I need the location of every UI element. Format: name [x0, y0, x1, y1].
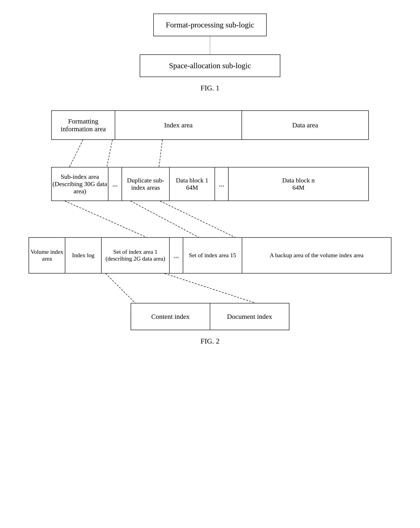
row2-dots1-cell: ...	[108, 168, 122, 201]
dashed-lines-3	[29, 274, 391, 303]
dashed-lines-1	[51, 140, 369, 167]
subindex-area-label: Sub-index area (Describing 30G data area…	[52, 173, 108, 195]
row2-container: Sub-index area (Describing 30G data area…	[51, 167, 369, 201]
document-index-cell: Document index	[210, 303, 289, 330]
index-log-cell: Index log	[65, 238, 102, 273]
backup-area-cell: A backup area of the volume index area	[242, 238, 391, 273]
row2-dots2: ...	[219, 180, 224, 188]
datablock1-cell: Data block 164M	[170, 168, 215, 201]
fig1-connector-line	[210, 36, 210, 54]
svg-line-4	[131, 201, 199, 237]
svg-line-5	[160, 201, 235, 237]
volume-index-cell: Volume index area	[29, 238, 65, 273]
data-area-label: Data area	[292, 121, 318, 129]
datablock-n-cell: Data block n64M	[229, 168, 368, 201]
row3-container: Volume index area Index log Set of index…	[29, 237, 391, 274]
row2-dots2-cell: ...	[215, 168, 229, 201]
row4-container: Content index Document index	[131, 303, 289, 330]
row3-dots: ...	[173, 251, 179, 260]
datablock-n-label: Data block n64M	[282, 177, 315, 191]
content-index-label: Content index	[151, 313, 190, 320]
formatting-info-cell: Formatting information area	[52, 111, 115, 139]
fig1-diagram: Format-processing sub-logic Space-alloca…	[9, 14, 411, 104]
set-index15-label: Set of index area 15	[189, 252, 236, 259]
row1-container: Formatting information area Index area D…	[51, 110, 369, 140]
index-area-label: Index area	[164, 121, 193, 129]
index-area-cell: Index area	[115, 111, 242, 139]
connector1	[51, 140, 369, 167]
duplicate-subindex-label: Duplicate sub-index areas	[122, 177, 169, 191]
index-log-label: Index log	[72, 252, 95, 259]
connector2	[29, 201, 391, 237]
svg-line-0	[69, 140, 83, 167]
format-processing-box: Format-processing sub-logic	[153, 14, 267, 36]
connector3	[29, 274, 391, 303]
formatting-info-label: Formatting information area	[52, 117, 115, 133]
dashed-lines-2	[29, 201, 391, 237]
space-allocation-label: Space-allocation sub-logic	[169, 61, 251, 70]
format-processing-label: Format-processing sub-logic	[166, 21, 254, 29]
svg-line-7	[165, 274, 255, 303]
row3-dots-cell: ...	[170, 238, 183, 273]
duplicate-subindex-cell: Duplicate sub-index areas	[122, 168, 170, 201]
fig1-caption: FIG. 1	[200, 84, 220, 92]
svg-line-6	[106, 274, 135, 303]
set-index1-label: Set of index area 1(describing 2G data a…	[105, 249, 165, 262]
svg-line-2	[159, 140, 162, 167]
volume-index-label: Volume index area	[29, 249, 65, 262]
set-index1-cell: Set of index area 1(describing 2G data a…	[102, 238, 170, 273]
svg-line-1	[107, 140, 112, 167]
backup-area-label: A backup area of the volume index area	[270, 252, 364, 259]
document-index-label: Document index	[227, 313, 272, 320]
set-index15-cell: Set of index area 15	[183, 238, 242, 273]
fig2-diagram: Formatting information area Index area D…	[9, 110, 411, 357]
fig2-caption: FIG. 2	[200, 337, 220, 345]
svg-line-3	[65, 201, 147, 237]
space-allocation-box: Space-allocation sub-logic	[140, 54, 280, 77]
data-area-cell: Data area	[242, 111, 368, 139]
content-index-cell: Content index	[131, 303, 210, 330]
subindex-area-cell: Sub-index area (Describing 30G data area…	[52, 168, 108, 201]
datablock1-label: Data block 164M	[176, 177, 208, 191]
row2-dots1: ...	[112, 180, 118, 188]
